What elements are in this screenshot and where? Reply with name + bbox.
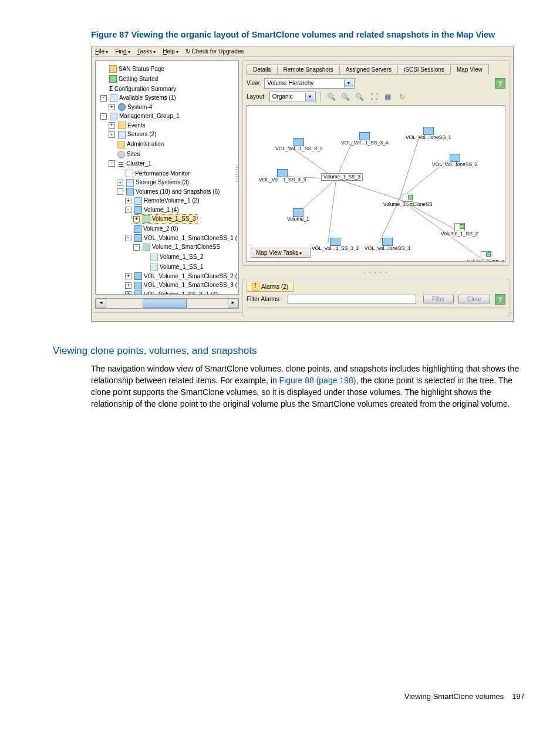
splitter-grip[interactable]: • • • • • bbox=[242, 269, 510, 275]
sigma-icon: Σ bbox=[109, 85, 113, 93]
fit-icon[interactable]: ⛶ bbox=[368, 91, 380, 103]
zoom-out-icon[interactable]: 🔍 bbox=[340, 91, 352, 103]
snapshot-icon bbox=[143, 215, 150, 223]
volume-icon bbox=[423, 127, 434, 135]
menu-file[interactable]: File▾ bbox=[95, 48, 108, 55]
volume-icon bbox=[134, 234, 142, 242]
cluster-icon bbox=[118, 160, 124, 167]
volume-icon bbox=[293, 208, 303, 217]
menubar: File▾ Find▾ Tasks▾ Help▾ ↻ Check for Upg… bbox=[92, 46, 513, 57]
volume-icon bbox=[134, 197, 142, 205]
tree-selected-item[interactable]: +Volume_1_SS_3 bbox=[132, 215, 197, 223]
snapshot-icon bbox=[150, 254, 158, 261]
filter-alarms-label: Filter Alarms: bbox=[247, 296, 281, 302]
resize-grip[interactable] bbox=[235, 166, 238, 183]
cross-reference-link[interactable]: Figure 88 (page 198) bbox=[279, 376, 356, 385]
tab-iscsi-sessions[interactable]: iSCSI Sessions bbox=[397, 65, 451, 75]
scroll-right-button[interactable]: ► bbox=[228, 299, 238, 308]
figure-caption: Figure 87 Viewing the organic layout of … bbox=[91, 29, 525, 41]
arrange-icon[interactable]: ▦ bbox=[382, 91, 394, 103]
filter-button[interactable]: Filter bbox=[423, 295, 454, 303]
tab-assigned-servers[interactable]: Assigned Servers bbox=[339, 65, 398, 75]
tab-map-view[interactable]: Map View bbox=[450, 65, 489, 75]
tab-details[interactable]: Details bbox=[247, 65, 278, 75]
volume-icon bbox=[382, 238, 393, 246]
page-footer: Viewing SmartClone volumes 197 bbox=[53, 692, 525, 701]
svg-line-3 bbox=[328, 178, 336, 243]
map-node[interactable]: VOL_Vol...1_SS_3_1 bbox=[275, 138, 322, 151]
volume-icon bbox=[134, 282, 142, 289]
layout-label: Layout: bbox=[247, 93, 266, 100]
app-screenshot: File▾ Find▾ Tasks▾ Help▾ ↻ Check for Upg… bbox=[91, 46, 514, 322]
zoom-in-icon[interactable]: 🔍 bbox=[326, 91, 338, 103]
menu-find[interactable]: Find▾ bbox=[115, 48, 130, 55]
svg-line-7 bbox=[399, 134, 420, 199]
body-paragraph: The navigation window view of SmartClone… bbox=[91, 363, 525, 410]
sites-icon bbox=[117, 151, 125, 158]
home-icon bbox=[109, 65, 117, 73]
scroll-left-button[interactable]: ◄ bbox=[96, 299, 106, 308]
section-heading: Viewing clone points, volumes, and snaps… bbox=[53, 345, 525, 357]
volume-icon bbox=[134, 206, 142, 214]
start-icon bbox=[109, 75, 117, 83]
perfmon-icon bbox=[126, 170, 133, 177]
page-number: 197 bbox=[512, 692, 525, 701]
help-icon[interactable]: ? bbox=[495, 78, 505, 89]
map-node[interactable]: Volume_1 bbox=[287, 208, 309, 222]
menu-upgrades[interactable]: ↻ Check for Upgrades bbox=[185, 48, 244, 55]
map-node-selected[interactable]: Volume_1_SS_3 bbox=[321, 173, 363, 181]
view-label: View: bbox=[247, 80, 261, 86]
map-node[interactable]: Volume_1_SS_2 bbox=[441, 223, 478, 237]
events-icon bbox=[118, 121, 126, 129]
group-icon bbox=[110, 113, 117, 120]
globe-icon bbox=[118, 103, 126, 111]
map-node[interactable]: VOL_Vol...loneSS_1 bbox=[406, 127, 451, 140]
menu-help[interactable]: Help▾ bbox=[163, 48, 178, 55]
scroll-thumb[interactable] bbox=[143, 299, 186, 308]
snapshot-icon bbox=[143, 244, 150, 251]
volume-icon bbox=[134, 291, 142, 295]
admin-icon bbox=[117, 141, 125, 148]
volume-icon bbox=[330, 238, 340, 246]
map-node[interactable]: VOL_Vol...loneSS_3 bbox=[365, 238, 410, 251]
scroll-track[interactable] bbox=[106, 299, 228, 308]
map-canvas[interactable]: VOL_Vol...1_SS_3_1 VOL_Vol...1_SS_3_4 VO… bbox=[247, 105, 505, 262]
detail-tabs: Details Remote Snapshots Assigned Server… bbox=[247, 65, 505, 75]
menu-tasks[interactable]: Tasks▾ bbox=[137, 48, 156, 55]
volume-icon bbox=[134, 272, 142, 280]
expand-icon[interactable]: + bbox=[109, 104, 115, 110]
volumes-icon bbox=[126, 188, 134, 195]
alarms-tab[interactable]: Alarms (2) bbox=[247, 282, 294, 292]
map-node[interactable]: VOL_Vol...1_SS_3_3 bbox=[259, 169, 306, 183]
map-node[interactable]: VOL_Vol...1_SS_3_4 bbox=[341, 132, 388, 146]
refresh-icon[interactable]: ↻ bbox=[396, 91, 408, 103]
systems-icon bbox=[110, 94, 117, 102]
servers-icon bbox=[118, 131, 126, 139]
horizontal-scrollbar[interactable]: ◄ ► bbox=[95, 298, 239, 309]
snapshot-icon bbox=[481, 251, 491, 259]
map-node[interactable]: VOL_Vol...loneSS_2 bbox=[432, 154, 478, 167]
alarms-panel: Alarms (2) Filter Alarms: Filter Clear ? bbox=[242, 279, 510, 316]
storage-icon bbox=[126, 179, 134, 187]
zoom-reset-icon[interactable]: 🔍 bbox=[354, 91, 366, 103]
map-view-tasks-button[interactable]: Map View Tasks bbox=[251, 248, 311, 258]
volume-icon bbox=[450, 154, 460, 162]
tab-remote-snapshots[interactable]: Remote Snapshots bbox=[277, 65, 340, 75]
warning-icon bbox=[252, 283, 259, 291]
snapshot-icon bbox=[150, 264, 158, 271]
layout-dropdown[interactable]: Organic bbox=[269, 92, 316, 102]
collapse-icon[interactable]: - bbox=[100, 95, 107, 102]
view-dropdown[interactable]: Volume Hierarchy bbox=[264, 78, 355, 89]
volume-icon bbox=[359, 132, 370, 140]
footer-title: Viewing SmartClone volumes bbox=[404, 692, 504, 701]
map-node[interactable]: Volume_1_SS_1 bbox=[467, 251, 504, 262]
nav-tree[interactable]: SAN Status Page Getting Started Σ Config… bbox=[95, 60, 239, 295]
volume-icon bbox=[294, 138, 304, 146]
map-node[interactable]: Volume_1...rtCloneSS bbox=[383, 194, 433, 207]
filter-alarms-input[interactable] bbox=[288, 295, 416, 304]
snapshot-icon bbox=[403, 194, 413, 202]
help-icon[interactable]: ? bbox=[495, 294, 505, 305]
map-node[interactable]: VOL_Vol...1_SS_3_2 bbox=[312, 238, 359, 251]
volume-icon bbox=[134, 225, 141, 233]
clear-button[interactable]: Clear bbox=[458, 295, 490, 303]
